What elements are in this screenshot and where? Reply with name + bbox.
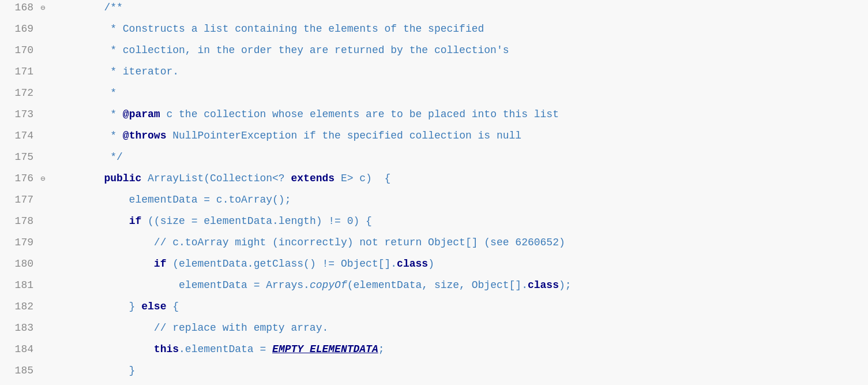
fold-icon[interactable]: ⊖ bbox=[40, 173, 50, 185]
code-segment: @throws bbox=[123, 130, 167, 141]
code-segment: } bbox=[54, 365, 135, 376]
line-number: 173 bbox=[0, 107, 40, 122]
fold-icon bbox=[40, 66, 50, 79]
code-line: 180 if (elementData.getClass() != Object… bbox=[0, 256, 868, 278]
code-segment: c the collection whose elements are to b… bbox=[160, 109, 559, 120]
code-segment: extends bbox=[285, 173, 335, 184]
code-content: public ArrayList(Collection<? extends E>… bbox=[50, 171, 390, 186]
code-segment: this bbox=[154, 343, 179, 355]
fold-icon bbox=[40, 152, 50, 164]
code-segment: if bbox=[154, 258, 167, 270]
code-line: 184 this.elementData = EMPTY_ELEMENTDATA… bbox=[0, 342, 868, 363]
code-segment: * iterator. bbox=[54, 66, 179, 77]
code-segment: ) bbox=[428, 258, 434, 270]
line-number: 169 bbox=[0, 21, 40, 37]
code-segment: (elementData, size, Object[]. bbox=[347, 279, 528, 291]
line-number: 172 bbox=[0, 85, 40, 101]
code-content: // replace with empty array. bbox=[50, 320, 328, 336]
fold-icon bbox=[40, 280, 50, 292]
code-segment: E> c) { bbox=[335, 173, 390, 184]
code-line: 172 * bbox=[0, 85, 868, 107]
code-content: } else { bbox=[50, 299, 179, 315]
code-content: * bbox=[50, 85, 117, 101]
code-segment: (elementData.getClass() != Object[]. bbox=[166, 258, 397, 270]
fold-icon bbox=[40, 365, 50, 377]
fold-icon bbox=[40, 195, 50, 207]
line-number: 185 bbox=[0, 363, 40, 379]
code-line: 174 * @throws NullPointerException if th… bbox=[0, 128, 868, 149]
code-segment: EMPTY_ELEMENTDATA bbox=[272, 343, 378, 355]
line-number: 183 bbox=[0, 320, 40, 336]
fold-icon bbox=[40, 45, 50, 57]
fold-icon bbox=[40, 24, 50, 36]
code-segment: * bbox=[54, 130, 123, 141]
code-line: 168⊖ /** bbox=[0, 0, 868, 21]
code-line: 177 elementData = c.toArray(); bbox=[0, 192, 868, 214]
line-number: 181 bbox=[0, 278, 40, 293]
code-segment: else bbox=[141, 301, 166, 312]
line-number: 171 bbox=[0, 64, 40, 80]
code-segment: } bbox=[54, 301, 141, 312]
code-segment: * collection, in the order they are retu… bbox=[54, 44, 509, 56]
code-line: 185 } bbox=[0, 363, 868, 384]
code-content: this.elementData = EMPTY_ELEMENTDATA; bbox=[50, 342, 385, 357]
code-content: * Constructs a list containing the eleme… bbox=[50, 21, 484, 37]
code-segment: copyOf bbox=[310, 279, 347, 291]
code-line: 182 } else { bbox=[0, 299, 868, 320]
code-line: 175 */ bbox=[0, 149, 868, 171]
code-content: /** bbox=[50, 0, 123, 16]
code-segment: /** bbox=[54, 2, 123, 13]
code-line: 181 elementData = Arrays.copyOf(elementD… bbox=[0, 278, 868, 299]
code-line: 171 * iterator. bbox=[0, 64, 868, 85]
fold-icon bbox=[40, 109, 50, 121]
code-content: * @throws NullPointerException if the sp… bbox=[50, 128, 521, 144]
line-number: 176 bbox=[0, 171, 40, 186]
code-segment: public bbox=[104, 173, 141, 184]
code-segment: elementData = Arrays. bbox=[54, 279, 310, 291]
code-segment: { bbox=[166, 301, 179, 312]
code-segment: elementData = c.toArray(); bbox=[54, 194, 291, 205]
line-number: 178 bbox=[0, 214, 40, 229]
line-number: 174 bbox=[0, 128, 40, 144]
fold-icon bbox=[40, 88, 50, 100]
code-content: * @param c the collection whose elements… bbox=[50, 107, 559, 122]
line-number: 175 bbox=[0, 149, 40, 165]
code-content: elementData = c.toArray(); bbox=[50, 192, 291, 208]
code-segment bbox=[54, 258, 154, 270]
fold-icon bbox=[40, 259, 50, 271]
fold-icon bbox=[40, 216, 50, 228]
code-line: 169 * Constructs a list containing the e… bbox=[0, 21, 868, 43]
code-segment: * Constructs a list containing the eleme… bbox=[54, 23, 484, 35]
code-segment: // replace with empty array. bbox=[54, 322, 328, 334]
line-number: 168 bbox=[0, 0, 40, 16]
code-line: 176⊖ public ArrayList(Collection<? exten… bbox=[0, 171, 868, 192]
code-line: 183 // replace with empty array. bbox=[0, 320, 868, 342]
code-content: */ bbox=[50, 149, 123, 165]
code-segment: ((size = elementData.length) != 0) { bbox=[141, 215, 372, 227]
code-segment: NullPointerException if the specified co… bbox=[166, 130, 521, 141]
code-content: if ((size = elementData.length) != 0) { bbox=[50, 214, 372, 229]
code-segment: * bbox=[54, 87, 117, 99]
code-segment bbox=[54, 215, 129, 227]
code-content: * iterator. bbox=[50, 64, 179, 80]
code-segment: * bbox=[54, 109, 123, 120]
line-number: 177 bbox=[0, 192, 40, 208]
code-segment: ); bbox=[559, 279, 572, 291]
code-segment: // c.toArray might (incorrectly) not ret… bbox=[54, 237, 565, 248]
line-number: 182 bbox=[0, 299, 40, 315]
line-number: 179 bbox=[0, 235, 40, 251]
code-content: } bbox=[50, 363, 135, 379]
fold-icon bbox=[40, 237, 50, 249]
code-segment: class bbox=[397, 258, 428, 270]
code-editor: 168⊖ /**169 * Constructs a list containi… bbox=[0, 0, 868, 385]
code-segment: ArrayList(Collection<? bbox=[141, 173, 284, 184]
code-segment: .elementData = bbox=[179, 343, 272, 355]
fold-icon[interactable]: ⊖ bbox=[40, 2, 50, 14]
code-segment: class bbox=[528, 279, 559, 291]
fold-icon bbox=[40, 301, 50, 313]
code-segment: @param bbox=[123, 109, 160, 120]
line-number: 180 bbox=[0, 256, 40, 272]
code-content: // c.toArray might (incorrectly) not ret… bbox=[50, 235, 565, 251]
code-line: 170 * collection, in the order they are … bbox=[0, 43, 868, 64]
code-content: if (elementData.getClass() != Object[].c… bbox=[50, 256, 434, 272]
